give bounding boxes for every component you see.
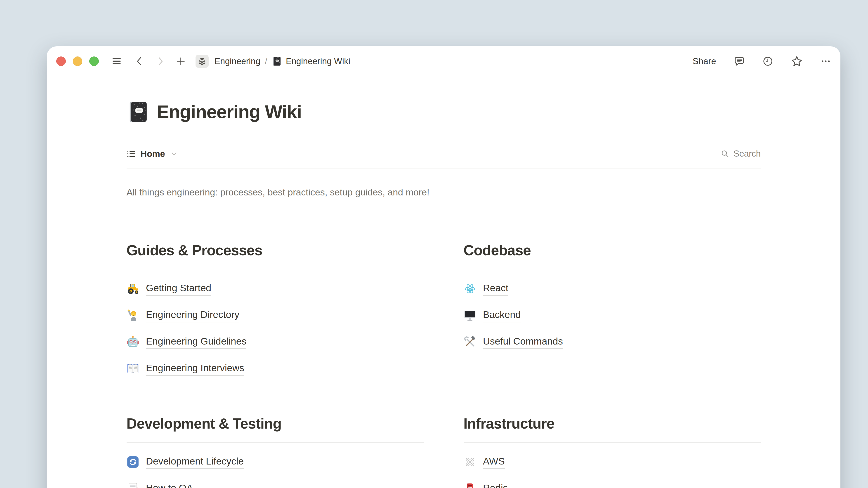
app-window: Engineering / Engineering Wiki Share Eng…	[47, 46, 840, 488]
page-link[interactable]: Useful Commands	[464, 331, 761, 353]
arrows-cycle-icon	[127, 456, 139, 468]
topbar-actions: Share	[692, 56, 831, 67]
hammer-wrench-icon	[464, 336, 476, 348]
page-link[interactable]: Redis	[464, 478, 761, 488]
comment-icon	[734, 56, 745, 66]
wiki-section: Guides & Processes Getting Started Engin…	[127, 241, 424, 385]
search-button[interactable]: Search	[720, 149, 761, 159]
page-link-label: React	[483, 282, 508, 296]
teamspace-icon-chip[interactable]	[195, 55, 209, 68]
share-button[interactable]: Share	[692, 56, 716, 66]
page-link-label: How to QA	[146, 482, 193, 488]
react-icon	[464, 283, 476, 295]
wiki-section: Codebase React Backend Useful Commands	[464, 241, 761, 385]
chevron-right-icon	[155, 56, 166, 66]
open-book-icon	[127, 362, 139, 375]
page-title[interactable]: Engineering Wiki	[157, 101, 302, 123]
notebook-icon[interactable]	[127, 101, 149, 123]
plus-icon	[176, 56, 186, 66]
tractor-icon	[127, 283, 139, 295]
zoom-window-button[interactable]	[89, 57, 99, 66]
minimize-window-button[interactable]	[73, 57, 82, 66]
section-list: React Backend Useful Commands	[464, 269, 761, 353]
section-list: AWS Redis	[464, 443, 761, 488]
star-icon	[791, 56, 802, 67]
section-title: Codebase	[464, 241, 761, 269]
updates-button[interactable]	[763, 56, 773, 66]
search-icon	[720, 149, 730, 159]
view-tab-label: Home	[141, 149, 165, 159]
page-link[interactable]: Development Lifecycle	[127, 451, 424, 473]
page-link-label: Engineering Guidelines	[146, 335, 247, 349]
notebook-icon	[272, 56, 282, 66]
topbar: Engineering / Engineering Wiki Share	[47, 46, 840, 76]
comments-button[interactable]	[734, 56, 745, 66]
nav-back-button[interactable]	[134, 56, 145, 66]
breadcrumb: Engineering / Engineering Wiki	[215, 56, 350, 66]
page-title-row: Engineering Wiki	[127, 101, 761, 123]
traffic-lights	[56, 57, 99, 66]
memo-icon	[127, 482, 139, 488]
chevron-left-icon	[134, 56, 145, 66]
section-list: Development Lifecycle How to QA	[127, 443, 424, 488]
page-link-label: Development Lifecycle	[146, 455, 244, 469]
section-title: Development & Testing	[127, 415, 424, 443]
page-link-label: Redis	[483, 482, 508, 488]
page-link[interactable]: How to QA	[127, 478, 424, 488]
view-tabs-row: Home Search	[127, 139, 761, 169]
breadcrumb-item-engineering[interactable]: Engineering	[215, 57, 260, 66]
page-link[interactable]: Engineering Interviews	[127, 358, 424, 380]
hamburger-menu-icon	[112, 56, 122, 66]
page-description[interactable]: All things engineering: processes, best …	[127, 186, 761, 199]
breadcrumb-item-engineering-wiki[interactable]: Engineering Wiki	[286, 57, 350, 66]
sections-grid: Guides & Processes Getting Started Engin…	[127, 241, 761, 488]
sidebar-menu-button[interactable]	[112, 56, 122, 66]
chevron-down-icon	[170, 150, 178, 158]
section-title: Infrastructure	[464, 415, 761, 443]
breadcrumb-separator: /	[265, 57, 268, 66]
page-link[interactable]: Engineering Directory	[127, 304, 424, 326]
ellipsis-icon	[820, 56, 831, 66]
section-title: Guides & Processes	[127, 241, 424, 269]
list-view-icon	[127, 149, 136, 159]
page-content: Engineering Wiki Home Search All things …	[127, 101, 761, 488]
wiki-section: Development & Testing Development Lifecy…	[127, 415, 424, 488]
close-window-button[interactable]	[56, 57, 66, 66]
page-link-label: Engineering Directory	[146, 308, 239, 322]
page-link[interactable]: AWS	[464, 451, 761, 473]
search-label: Search	[734, 149, 761, 159]
tab-home[interactable]: Home	[127, 149, 178, 159]
page-link[interactable]: React	[464, 278, 761, 300]
section-list: Getting Started Engineering Directory En…	[127, 269, 424, 380]
robot-icon	[127, 336, 139, 348]
new-page-button[interactable]	[176, 56, 186, 66]
favorite-button[interactable]	[791, 56, 802, 67]
person-raising-hand-icon	[127, 309, 139, 322]
postbox-icon	[464, 482, 476, 488]
teamspace-stack-icon	[197, 57, 207, 66]
page-link[interactable]: Getting Started	[127, 278, 424, 300]
nav-forward-button[interactable]	[155, 56, 166, 66]
page-link-label: Engineering Interviews	[146, 362, 244, 376]
wiki-section: Infrastructure AWS Redis	[464, 415, 761, 488]
page-link-label: Backend	[483, 308, 521, 322]
page-link-label: AWS	[483, 455, 505, 469]
spider-web-icon	[464, 456, 476, 468]
page-link-label: Useful Commands	[483, 335, 563, 349]
more-options-button[interactable]	[820, 56, 831, 66]
page-link[interactable]: Backend	[464, 304, 761, 326]
page-link-label: Getting Started	[146, 282, 211, 296]
clock-icon	[763, 56, 773, 66]
desktop-computer-icon	[464, 309, 476, 322]
page-link[interactable]: Engineering Guidelines	[127, 331, 424, 353]
